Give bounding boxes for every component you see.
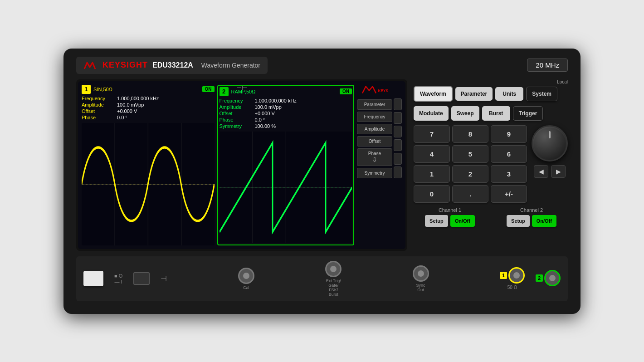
ch1-info: SIN,50Ω	[93, 87, 200, 92]
brand-name: KEYSIGHT	[102, 60, 148, 70]
io-symbol: ■ O — I	[114, 273, 122, 284]
screen: ⊣⊢ 1 SIN,50Ω ON Frequency 1.000,000,000 …	[78, 81, 405, 249]
ch1-control: Channel 1 Setup On/Off	[414, 207, 486, 227]
bottom-panel: ■ O — I ⊣ Cal Ext Trig/Gate/FSK/Burst	[76, 256, 568, 301]
menu-item-parameter[interactable]: Parameter	[357, 99, 392, 110]
ch2-label: Channel 2	[520, 207, 543, 213]
softkey-1[interactable]	[394, 98, 402, 110]
ch2-onoff-button[interactable]: On/Off	[532, 215, 556, 227]
softkey-6[interactable]	[394, 166, 402, 178]
ch2-freq-row: Frequency 1.000,000,000 kHz	[220, 98, 352, 103]
ch2-freq-value: 1.000,000,000 kHz	[255, 98, 297, 103]
ch1-setup-button[interactable]: Setup	[425, 215, 448, 227]
trigger-button[interactable]: Trigger	[513, 106, 543, 121]
ch1-amp-label: Amplitude	[82, 102, 113, 108]
instrument: KEYSIGHT EDU33212A Waveform Generator 20…	[63, 49, 581, 314]
usb-port[interactable]	[133, 272, 150, 285]
screen-section: ⊣⊢ 1 SIN,50Ω ON Frequency 1.000,000,000 …	[76, 79, 407, 251]
arrow-right-button[interactable]: ▶	[551, 165, 566, 178]
num-1[interactable]: 1	[414, 165, 450, 183]
softkey-5[interactable]	[394, 153, 402, 165]
model-name: EDU33212A	[152, 61, 193, 69]
softkey-2[interactable]	[394, 112, 402, 124]
num-9[interactable]: 9	[491, 125, 527, 143]
units-button[interactable]: Units	[495, 87, 523, 101]
num-8[interactable]: 8	[452, 125, 488, 143]
num-4[interactable]: 4	[414, 145, 450, 163]
ext-trig-bnc-outer	[325, 261, 342, 277]
keysight-small-logo: KEYSIGHT	[361, 85, 388, 97]
ch2-btn-row: Setup On/Off	[507, 215, 556, 227]
side-softkeys	[394, 98, 402, 178]
ch2-offset-row: Offset +0.000 V	[220, 111, 352, 116]
parameter-button[interactable]: Parameter	[455, 87, 493, 101]
ext-trig-connector: Ext Trig/Gate/FSK/Burst	[325, 261, 342, 297]
num-decimal[interactable]: .	[452, 185, 488, 203]
ch1-onoff-button[interactable]: On/Off	[450, 215, 475, 227]
ch1-waveform: SIN	[93, 87, 102, 92]
arrow-left-button[interactable]: ◀	[534, 165, 548, 178]
io-label-2: — I	[115, 279, 122, 284]
menu-item-symmetry[interactable]: Symmetry	[357, 168, 392, 178]
menu-container: KEYSIGHT Parameter Frequency Amplitude O…	[357, 85, 392, 178]
ch2-setup-button[interactable]: Setup	[507, 215, 530, 227]
ch2-panel: 2 RAMP,50Ω ON Frequency 1.000,000,000 kH…	[217, 85, 355, 245]
ch1-output-connector: 1 50 Ω	[500, 267, 525, 290]
burst-button[interactable]: Burst	[482, 106, 510, 121]
sweep-button[interactable]: Sweep	[451, 106, 479, 121]
num-7[interactable]: 7	[414, 125, 450, 143]
ch2-phase-value: 0.0 °	[255, 117, 265, 122]
ch2-badge: 2	[536, 274, 543, 282]
ch1-phase-value: 0.0 °	[117, 115, 127, 120]
sync-out-bnc-inner	[418, 270, 424, 277]
power-button[interactable]	[83, 271, 103, 286]
io-label-1: ■ O	[114, 273, 122, 279]
modulate-button[interactable]: Modulate	[414, 106, 449, 121]
menu-item-amplitude[interactable]: Amplitude	[357, 124, 392, 134]
softkey-3[interactable]	[394, 126, 402, 137]
num-2[interactable]: 2	[452, 165, 488, 183]
ch2-phase-row: Phase 0.0 °	[220, 117, 352, 122]
ch2-waveform-display	[220, 132, 352, 243]
num-5[interactable]: 5	[452, 145, 488, 163]
ch1-header: 1 SIN,50Ω ON	[82, 85, 215, 94]
menu-item-frequency[interactable]: Frequency	[357, 112, 392, 122]
ch1-bnc-outer	[508, 267, 525, 284]
menu-item-offset[interactable]: Offset	[357, 136, 392, 147]
ch2-control: Channel 2 Setup On/Off	[495, 207, 568, 227]
ch1-btn-row: Setup On/Off	[425, 215, 475, 227]
svg-text:KEYSIGHT: KEYSIGHT	[378, 88, 389, 93]
softkey-4[interactable]	[394, 139, 402, 151]
ch1-on-badge: ON	[202, 86, 215, 92]
ch1-waveform-display	[82, 123, 215, 245]
ch2-amp-label: Amplitude	[220, 104, 251, 110]
ch2-bnc-inner	[549, 275, 556, 281]
ch1-params: Frequency 1.000,000,000 kHz Amplitude 10…	[82, 96, 215, 120]
num-6[interactable]: 6	[491, 145, 527, 163]
ext-trig-bnc-inner	[330, 266, 337, 272]
ch2-offset-label: Offset	[220, 111, 251, 116]
num-plusminus[interactable]: +/-	[491, 185, 527, 203]
ch2-on-badge: ON	[340, 88, 352, 94]
ch2-symmetry-label: Symmetry	[220, 123, 251, 129]
num-0[interactable]: 0	[414, 185, 450, 203]
menu-item-phase[interactable]: Phase⇩	[357, 148, 392, 166]
ch1-freq-value: 1.000,000,000 kHz	[117, 96, 159, 101]
keysight-logo-icon	[83, 59, 96, 71]
ch1-amp-value: 100.0 mVpp	[117, 102, 144, 108]
ch1-phase-row: Phase 0.0 °	[82, 115, 215, 120]
ch1-number: 1	[82, 85, 91, 94]
ch2-bnc-outer	[544, 270, 561, 286]
waveform-button[interactable]: Waveform	[414, 86, 453, 102]
rotary-knob[interactable]	[532, 125, 568, 161]
ch2-params: Frequency 1.000,000,000 kHz Amplitude 10…	[220, 98, 352, 129]
sync-out-connector: SyncOut	[413, 265, 429, 292]
cal-label: Cal	[243, 285, 249, 290]
ch2-symmetry-value: 100.00 %	[255, 123, 276, 129]
num-3[interactable]: 3	[491, 165, 527, 183]
ch1-offset-row: Offset +0.000 V	[82, 108, 215, 114]
system-button[interactable]: System	[526, 87, 557, 101]
ch2-number: 2	[220, 87, 229, 96]
usb-symbol-icon: ⊣	[161, 274, 167, 283]
ch2-freq-label: Frequency	[220, 98, 251, 103]
